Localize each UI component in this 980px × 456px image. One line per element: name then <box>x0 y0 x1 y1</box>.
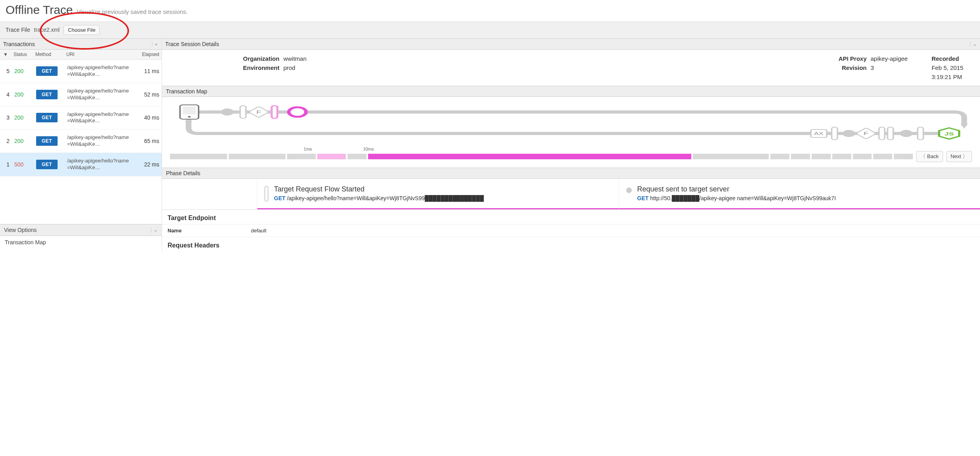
phase-mid-title: Target Request Flow Started <box>274 185 484 193</box>
org-label: Organization <box>243 55 280 62</box>
row-index: 4 <box>0 91 12 98</box>
timeline: 1ms 10ms <box>162 149 980 168</box>
row-index: 2 <box>0 138 12 144</box>
request-headers-section: Request Headers <box>162 237 980 251</box>
recorded-time: 3:19:21 PM <box>932 73 963 80</box>
status-badge: 200 <box>12 91 34 98</box>
env-label: Environment <box>243 64 280 71</box>
row-index: 5 <box>0 68 12 74</box>
row-index: 1 <box>0 161 12 168</box>
method-cell: GET <box>34 136 65 146</box>
elapsed-cell: 40 ms <box>134 114 162 121</box>
transaction-map-header: Transaction Map <box>162 86 980 97</box>
uri-cell: /apikey-apigee/hello?name=Will&apiKe… <box>65 158 134 171</box>
recorded-label: Recorded <box>932 55 963 62</box>
elapsed-cell: 52 ms <box>134 91 162 98</box>
svg-point-10 <box>289 107 306 117</box>
next-button[interactable]: Next 〉 <box>946 151 972 162</box>
method-badge: GET <box>36 90 58 99</box>
view-option-transaction-map[interactable]: Transaction Map <box>0 236 162 249</box>
uri-cell: /apikey-apigee/hello?name=Will&apiKe… <box>65 111 134 125</box>
status-badge: 200 <box>12 114 34 121</box>
transactions-title: Transactions <box>3 41 35 47</box>
rev-value: 3 <box>871 64 908 71</box>
uri-cell: /apikey-apigee/hello?name=Will&apiKe… <box>65 134 134 148</box>
uri-cell: /apikey-apigee/hello?name=Will&apiKe… <box>65 88 134 101</box>
elapsed-cell: 11 ms <box>134 68 162 74</box>
timeline-track[interactable] <box>170 154 913 159</box>
status-badge: 200 <box>12 68 34 74</box>
table-row[interactable]: 3200GET/apikey-apigee/hello?name=Will&ap… <box>0 106 162 130</box>
col-uri[interactable]: URI <box>64 50 134 59</box>
view-options-header[interactable]: View Options ⌄ <box>0 224 162 236</box>
transactions-panel: Transactions « ▼ Status Method URI Elaps… <box>0 39 162 251</box>
target-endpoint-row: Name default <box>162 224 980 237</box>
request-sent-icon <box>626 187 632 193</box>
transactions-header-row: ▼ Status Method URI Elapsed <box>0 50 162 60</box>
svg-rect-3 <box>183 106 195 114</box>
phase-target-request-flow[interactable]: Target Request Flow Started GET /apikey-… <box>257 179 619 209</box>
svg-point-14 <box>843 130 855 137</box>
proxy-value: apikey-apigee <box>871 55 908 62</box>
status-badge: 200 <box>12 138 34 144</box>
back-button[interactable]: 〈 Back <box>916 151 943 162</box>
status-badge: 500 <box>12 161 34 168</box>
method-cell: GET <box>34 160 65 169</box>
phase-request-sent[interactable]: Request sent to target server GET http:/… <box>619 179 980 209</box>
page-header: Offline Trace Visualize previously saved… <box>0 0 980 18</box>
table-row[interactable]: 1500GET/apikey-apigee/hello?name=Will&ap… <box>0 153 162 176</box>
flow-start-icon <box>264 186 268 202</box>
session-metadata: Organization Environment wwitman prod AP… <box>162 50 980 86</box>
tick-10ms: 10ms <box>363 147 374 151</box>
target-endpoint-name-val: default <box>245 224 272 237</box>
svg-rect-17 <box>879 127 885 140</box>
col-status[interactable]: Status <box>11 50 33 59</box>
proxy-label: API Proxy <box>839 55 867 62</box>
trace-file-label: Trace File <box>6 27 30 33</box>
svg-rect-20 <box>918 127 923 140</box>
page-title: Offline Trace <box>6 3 73 16</box>
svg-text:F: F <box>864 131 868 136</box>
svg-point-5 <box>221 108 233 116</box>
details-title: Trace Session Details <box>165 41 219 47</box>
svg-marker-0 <box>961 124 968 129</box>
uri-cell: /apikey-apigee/hello?name=Will&apiKe… <box>65 64 134 78</box>
chevron-down-icon[interactable]: ⌄ <box>970 41 977 47</box>
col-method[interactable]: Method <box>33 50 64 59</box>
phase-right-title: Request sent to target server <box>637 185 836 193</box>
svg-rect-13 <box>832 127 837 140</box>
page-subtitle: Visualize previously saved trace session… <box>77 8 188 15</box>
phase-right-path: http://50.███████/apikey-apigee name=Wil… <box>650 195 836 201</box>
method-cell: GET <box>34 90 65 99</box>
phase-mid-verb: GET <box>274 195 286 201</box>
collapse-left-icon[interactable]: « <box>152 42 158 46</box>
org-value: wwitman <box>284 55 307 62</box>
phase-mid-path: /apikey-apigee/hello?name=Will&apiKey=Wj… <box>287 195 484 201</box>
rev-label: Revision <box>839 64 867 71</box>
svg-rect-6 <box>240 106 246 118</box>
target-endpoint-name-key: Name <box>162 224 245 237</box>
svg-text:AX: AX <box>814 131 824 136</box>
table-row[interactable]: 4200GET/apikey-apigee/hello?name=Will&ap… <box>0 83 162 106</box>
sort-toggle-icon[interactable]: ▼ <box>0 50 11 59</box>
svg-point-19 <box>900 130 912 137</box>
row-index: 3 <box>0 114 12 121</box>
method-badge: GET <box>36 66 58 76</box>
svg-point-4 <box>188 116 191 118</box>
table-row[interactable]: 5200GET/apikey-apigee/hello?name=Will&ap… <box>0 60 162 83</box>
table-row[interactable]: 2200GET/apikey-apigee/hello?name=Will&ap… <box>0 129 162 153</box>
tick-1ms: 1ms <box>304 147 312 151</box>
choose-file-button[interactable]: Choose File <box>64 25 100 35</box>
recorded-date: Feb 5, 2015 <box>932 64 963 71</box>
phase-details-row: Target Request Flow Started GET /apikey-… <box>162 179 980 210</box>
method-badge: GET <box>36 136 58 146</box>
chevron-down-icon: ⌄ <box>151 227 158 233</box>
phase-right-verb: GET <box>637 195 649 201</box>
col-elapsed[interactable]: Elapsed <box>134 50 162 59</box>
transaction-map[interactable]: F AX F JS <box>162 97 980 149</box>
method-badge: GET <box>36 113 58 122</box>
svg-text:F: F <box>257 110 261 114</box>
trace-file-name: trace2.xml <box>34 27 60 33</box>
svg-rect-9 <box>272 106 277 118</box>
trace-file-bar: Trace File trace2.xml Choose File <box>0 21 980 39</box>
